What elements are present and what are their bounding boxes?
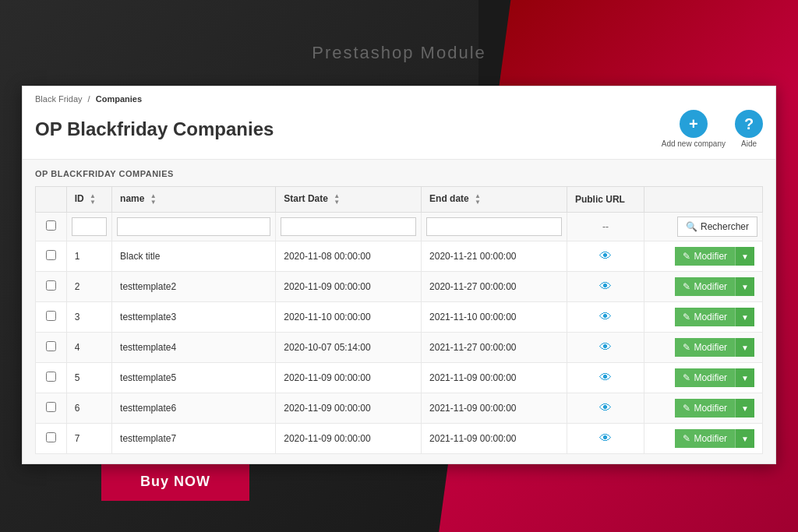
companies-table: ID ▲ ▼ name ▲ ▼ Start Da xyxy=(35,186,763,454)
modifier-button-group: ✎ Modifier ▼ xyxy=(675,338,754,357)
table-row: 7 testtemplate7 2020-11-09 00:00:00 2021… xyxy=(36,424,763,454)
modifier-button-group: ✎ Modifier ▼ xyxy=(675,277,754,296)
row-checkbox-cell xyxy=(36,241,67,272)
row-end-date: 2020-11-21 00:00:00 xyxy=(422,241,567,272)
eye-icon: 👁 xyxy=(575,371,636,385)
row-checkbox[interactable] xyxy=(46,280,56,291)
row-start-date: 2020-11-09 00:00:00 xyxy=(276,393,422,424)
filter-end-cell xyxy=(422,213,567,241)
filter-end-input[interactable] xyxy=(426,217,562,236)
search-button-label: Rechercher xyxy=(701,221,749,232)
modifier-icon: ✎ xyxy=(683,433,690,444)
modifier-label: Modifier xyxy=(694,342,727,353)
end-sort-down-icon: ▼ xyxy=(475,199,481,206)
col-end-date-header[interactable]: End date ▲ ▼ xyxy=(422,187,567,213)
row-start-date: 2020-11-09 00:00:00 xyxy=(276,363,422,393)
modifier-dropdown-button[interactable]: ▼ xyxy=(735,338,754,357)
table-section-title: OP BLACKFRIDAY COMPANIES xyxy=(35,169,763,178)
modifier-dropdown-button[interactable]: ▼ xyxy=(735,277,754,296)
breadcrumb-parent[interactable]: Black Friday xyxy=(35,94,83,104)
modifier-dropdown-button[interactable]: ▼ xyxy=(735,399,754,417)
row-actions: ✎ Modifier ▼ xyxy=(644,363,763,393)
row-checkbox-cell xyxy=(36,302,67,333)
help-button[interactable]: ? Aide xyxy=(735,110,763,148)
filter-name-input[interactable] xyxy=(117,217,270,236)
modifier-button[interactable]: ✎ Modifier xyxy=(675,399,735,417)
row-actions: ✎ Modifier ▼ xyxy=(644,241,763,272)
row-url[interactable]: 👁 xyxy=(567,424,644,454)
row-url[interactable]: 👁 xyxy=(567,302,644,333)
table-row: 4 testtemplate4 2020-10-07 05:14:00 2021… xyxy=(36,333,763,363)
row-end-date: 2020-11-27 00:00:00 xyxy=(422,272,567,302)
modifier-icon: ✎ xyxy=(683,403,690,414)
filter-id-input[interactable] xyxy=(72,217,107,236)
row-name: testtemplate5 xyxy=(112,363,276,393)
breadcrumb: Black Friday / Companies xyxy=(35,94,763,104)
row-id: 3 xyxy=(66,302,111,333)
modifier-label: Modifier xyxy=(694,312,727,322)
select-all-checkbox[interactable] xyxy=(46,220,56,231)
modifier-button[interactable]: ✎ Modifier xyxy=(675,368,735,387)
name-sort-icons: ▲ ▼ xyxy=(150,193,157,206)
add-company-button[interactable]: + Add new company xyxy=(662,110,726,148)
row-checkbox[interactable] xyxy=(46,250,56,260)
bg-module-title: Prestashop Module xyxy=(312,43,486,63)
modifier-dropdown-button[interactable]: ▼ xyxy=(735,308,754,326)
modifier-dropdown-button[interactable]: ▼ xyxy=(735,429,754,448)
eye-icon: 👁 xyxy=(575,280,636,294)
modifier-dropdown-button[interactable]: ▼ xyxy=(735,368,754,387)
row-name: testtemplate6 xyxy=(112,393,276,424)
row-name: testtemplate2 xyxy=(112,272,276,302)
filter-start-input[interactable] xyxy=(281,217,416,236)
row-start-date: 2020-10-07 05:14:00 xyxy=(276,333,422,363)
modifier-button[interactable]: ✎ Modifier xyxy=(675,338,735,357)
page-title: OP Blackfriday Companies xyxy=(35,118,274,140)
table-header-row: ID ▲ ▼ name ▲ ▼ Start Da xyxy=(36,187,763,213)
modifier-button[interactable]: ✎ Modifier xyxy=(675,277,735,296)
modifier-button-group: ✎ Modifier ▼ xyxy=(675,429,754,448)
row-actions: ✎ Modifier ▼ xyxy=(644,272,763,302)
modifier-label: Modifier xyxy=(694,281,727,292)
add-company-label: Add new company xyxy=(662,139,726,148)
row-url[interactable]: 👁 xyxy=(567,241,644,272)
col-name-header[interactable]: name ▲ ▼ xyxy=(112,187,276,213)
row-checkbox[interactable] xyxy=(46,372,56,382)
col-id-header[interactable]: ID ▲ ▼ xyxy=(66,187,111,213)
col-url-header: Public URL xyxy=(567,187,644,213)
help-label: Aide xyxy=(741,139,757,148)
row-name: Black title xyxy=(112,241,276,272)
row-url[interactable]: 👁 xyxy=(567,333,644,363)
modifier-dropdown-button[interactable]: ▼ xyxy=(735,247,754,266)
table-body: 1 Black title 2020-11-08 00:00:00 2020-1… xyxy=(36,241,763,454)
table-row: 3 testtemplate3 2020-11-10 00:00:00 2021… xyxy=(36,302,763,333)
main-panel: Black Friday / Companies OP Blackfriday … xyxy=(22,86,776,464)
row-start-date: 2020-11-10 00:00:00 xyxy=(276,302,422,333)
row-end-date: 2021-11-09 00:00:00 xyxy=(422,424,567,454)
modifier-icon: ✎ xyxy=(683,342,690,353)
search-button[interactable]: 🔍 Rechercher xyxy=(677,217,757,237)
row-checkbox[interactable] xyxy=(46,402,56,412)
col-actions-header xyxy=(644,187,763,213)
row-checkbox[interactable] xyxy=(46,341,56,351)
start-sort-icons: ▲ ▼ xyxy=(334,193,340,206)
id-sort-icons: ▲ ▼ xyxy=(90,193,96,206)
row-checkbox[interactable] xyxy=(46,432,56,442)
row-url[interactable]: 👁 xyxy=(567,363,644,393)
filter-search-cell: 🔍 Rechercher xyxy=(644,213,763,241)
row-start-date: 2020-11-09 00:00:00 xyxy=(276,424,422,454)
row-id: 2 xyxy=(66,272,111,302)
buy-now-button[interactable]: Buy NOW xyxy=(101,463,249,501)
row-checkbox-cell xyxy=(36,424,67,454)
row-url[interactable]: 👁 xyxy=(567,393,644,424)
row-url[interactable]: 👁 xyxy=(567,272,644,302)
row-end-date: 2021-11-09 00:00:00 xyxy=(422,393,567,424)
row-checkbox[interactable] xyxy=(46,311,56,321)
modifier-button[interactable]: ✎ Modifier xyxy=(675,247,735,266)
col-start-date-header[interactable]: Start Date ▲ ▼ xyxy=(276,187,422,213)
end-sort-icons: ▲ ▼ xyxy=(475,193,481,206)
modifier-icon: ✎ xyxy=(683,251,690,262)
modifier-button[interactable]: ✎ Modifier xyxy=(675,308,735,326)
modifier-button[interactable]: ✎ Modifier xyxy=(675,429,735,448)
breadcrumb-separator: / xyxy=(88,94,90,104)
row-actions: ✎ Modifier ▼ xyxy=(644,302,763,333)
